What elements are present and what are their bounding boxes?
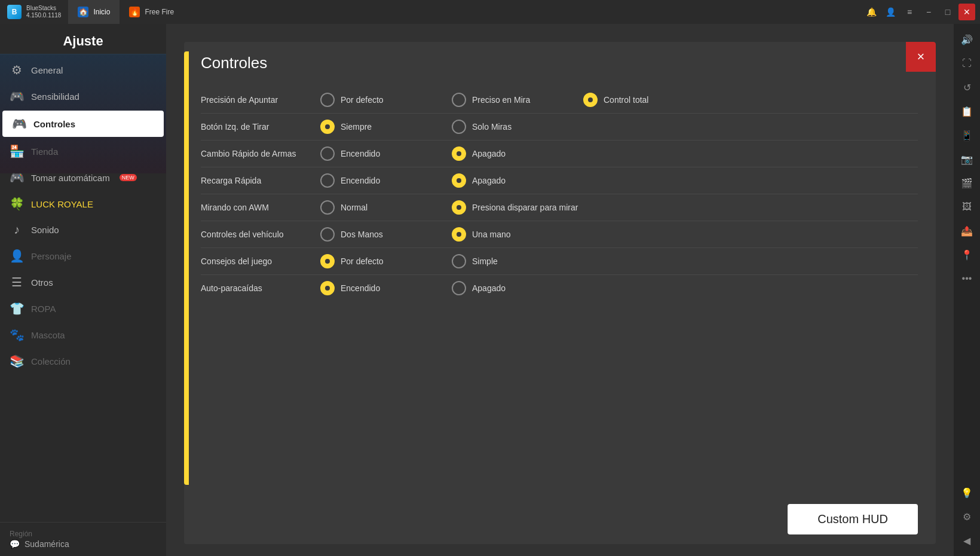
- option-encendido-auto[interactable]: Encendido: [320, 281, 452, 295]
- radio-por-defecto-consejos[interactable]: [320, 254, 335, 268]
- rs-rotate-icon[interactable]: ↺: [956, 77, 978, 98]
- menu-button[interactable]: ≡: [901, 4, 918, 20]
- radio-encendido-auto[interactable]: [320, 281, 335, 295]
- maximize-button[interactable]: □: [939, 4, 956, 20]
- option-por-defecto[interactable]: Por defecto: [320, 93, 452, 107]
- option-apagado-cambio[interactable]: Apagado: [452, 146, 583, 161]
- radio-una-mano[interactable]: [452, 227, 466, 242]
- row-cambio-rapido: Cambio Rápido de Armas Encendido Apagado: [201, 140, 918, 167]
- sidebar-item-mascota[interactable]: 🐾 Mascota: [0, 322, 166, 348]
- option-simple[interactable]: Simple: [452, 254, 583, 268]
- radio-apagado-recarga[interactable]: [452, 173, 466, 188]
- rs-phone-icon[interactable]: 📱: [956, 124, 978, 146]
- hud-button-container: Custom HUD: [184, 494, 936, 544]
- sidebar-item-otros-label: Otros: [31, 277, 53, 288]
- row-controles-vehiculo: Controles del vehículo Dos Manos Una man…: [201, 221, 918, 248]
- option-siempre[interactable]: Siempre: [320, 120, 452, 134]
- option-apagado-auto[interactable]: Apagado: [452, 281, 583, 295]
- dialog-close-button[interactable]: ×: [906, 42, 936, 72]
- radio-presiona-disparar[interactable]: [452, 200, 466, 215]
- sidebar-item-personaje[interactable]: 👤 Personaje: [0, 243, 166, 269]
- label-siempre: Siempre: [341, 122, 372, 132]
- label-control-total: Control total: [604, 95, 648, 105]
- radio-siempre[interactable]: [320, 120, 335, 134]
- radio-solo-miras[interactable]: [452, 120, 466, 134]
- rs-upload-icon[interactable]: 📤: [956, 220, 978, 242]
- rs-back-icon[interactable]: ◀: [956, 530, 978, 551]
- tab-inicio[interactable]: 🏠 Inicio: [68, 0, 120, 24]
- sidebar-item-luck[interactable]: 🍀 LUCK ROYALE: [0, 191, 166, 217]
- sidebar-item-tomar-label: Tomar automáticam: [31, 173, 110, 183]
- row-recarga-rapida: Recarga Rápida Encendido Apagado: [201, 167, 918, 194]
- option-preciso-mira[interactable]: Preciso en Mira: [452, 93, 583, 107]
- new-badge: NEW: [120, 174, 137, 181]
- options-boton-izq: Siempre Solo Miras: [320, 120, 918, 134]
- radio-dos-manos[interactable]: [320, 227, 335, 242]
- option-encendido-cambio[interactable]: Encendido: [320, 146, 452, 161]
- options-precision: Por defecto Preciso en Mira Control tota…: [320, 93, 918, 107]
- rs-fullscreen-icon[interactable]: ⛶: [956, 53, 978, 74]
- custom-hud-button[interactable]: Custom HUD: [788, 504, 918, 534]
- bell-button[interactable]: 🔔: [863, 4, 880, 20]
- region-value: 💬 Sudamérica: [10, 539, 157, 549]
- label-recarga-rapida: Recarga Rápida: [201, 175, 320, 186]
- radio-apagado-cambio[interactable]: [452, 146, 466, 161]
- app-version: BlueStacks 4.150.0.1118: [26, 5, 61, 19]
- personaje-icon: 👤: [10, 249, 24, 263]
- option-por-defecto-consejos[interactable]: Por defecto: [320, 254, 452, 268]
- rs-volume-icon[interactable]: 🔊: [956, 29, 978, 50]
- account-button[interactable]: 👤: [882, 4, 899, 20]
- option-una-mano[interactable]: Una mano: [452, 227, 583, 242]
- sidebar-item-sonido[interactable]: ♪ Sonido: [0, 217, 166, 243]
- close-button[interactable]: ✕: [958, 4, 975, 20]
- minimize-button[interactable]: −: [920, 4, 937, 20]
- sidebar-item-coleccion[interactable]: 📚 Colección: [0, 348, 166, 374]
- radio-por-defecto[interactable]: [320, 93, 335, 107]
- controls-panel: Controles Precisión de Apuntar Por defec…: [189, 42, 936, 494]
- option-encendido-recarga[interactable]: Encendido: [320, 173, 452, 188]
- radio-encendido-recarga[interactable]: [320, 173, 335, 188]
- rs-light-icon[interactable]: 💡: [956, 482, 978, 503]
- sidebar-item-tomar[interactable]: 🎮 Tomar automáticam NEW: [0, 164, 166, 191]
- ropa-icon: 👕: [10, 301, 24, 316]
- rs-location-icon[interactable]: 📍: [956, 244, 978, 265]
- sidebar-item-tienda-label: Tienda: [31, 146, 58, 157]
- rs-gallery-icon[interactable]: 🖼: [956, 196, 978, 218]
- title-bar-left: B BlueStacks 4.150.0.1118 🏠 Inicio 🔥 Fre…: [0, 0, 183, 24]
- right-sidebar: 🔊 ⛶ ↺ 📋 📱 📷 🎬 🖼 📤 📍 ••• 💡 ⚙ ◀: [954, 24, 980, 556]
- app-body: Ajuste ⚙ General 🎮 Sensibilidad 🎮 Contro…: [0, 24, 980, 556]
- tab-freefire[interactable]: 🔥 Free Fire: [120, 0, 183, 24]
- general-icon: ⚙: [10, 63, 24, 77]
- option-apagado-recarga[interactable]: Apagado: [452, 173, 583, 188]
- radio-control-total[interactable]: [583, 93, 598, 107]
- bluestacks-logo-icon: B: [7, 5, 22, 19]
- rs-screenshot-icon[interactable]: 📷: [956, 148, 978, 170]
- sidebar-item-ropa[interactable]: 👕 ROPA: [0, 295, 166, 322]
- label-preciso-mira: Preciso en Mira: [472, 95, 530, 105]
- radio-preciso-mira[interactable]: [452, 93, 466, 107]
- radio-simple[interactable]: [452, 254, 466, 268]
- sidebar-item-otros[interactable]: ☰ Otros: [0, 269, 166, 295]
- coleccion-icon: 📚: [10, 354, 24, 368]
- rs-video-icon[interactable]: 🎬: [956, 172, 978, 194]
- sidebar-item-general[interactable]: ⚙ General: [0, 57, 166, 83]
- radio-encendido-cambio[interactable]: [320, 146, 335, 161]
- sidebar-item-tienda[interactable]: 🏪 Tienda: [0, 138, 166, 164]
- dialog-inner: Controles Precisión de Apuntar Por defec…: [184, 42, 936, 494]
- app-logo: B BlueStacks 4.150.0.1118: [0, 0, 68, 24]
- label-cambio-rapido: Cambio Rápido de Armas: [201, 148, 320, 159]
- tab-inicio-label: Inicio: [93, 8, 110, 16]
- option-solo-miras[interactable]: Solo Miras: [452, 120, 583, 134]
- rs-clipboard-icon[interactable]: 📋: [956, 100, 978, 122]
- option-presiona-disparar[interactable]: Presiona disparar para mirar: [452, 200, 619, 215]
- chat-icon: 💬: [10, 539, 20, 549]
- sidebar-item-controles[interactable]: 🎮 Controles: [2, 111, 164, 137]
- option-dos-manos[interactable]: Dos Manos: [320, 227, 452, 242]
- sidebar-item-sensibilidad[interactable]: 🎮 Sensibilidad: [0, 83, 166, 109]
- radio-normal[interactable]: [320, 200, 335, 215]
- radio-apagado-auto[interactable]: [452, 281, 466, 295]
- option-normal[interactable]: Normal: [320, 200, 452, 215]
- option-control-total[interactable]: Control total: [583, 93, 715, 107]
- rs-settings-icon[interactable]: ⚙: [956, 506, 978, 527]
- rs-more-icon[interactable]: •••: [956, 268, 978, 289]
